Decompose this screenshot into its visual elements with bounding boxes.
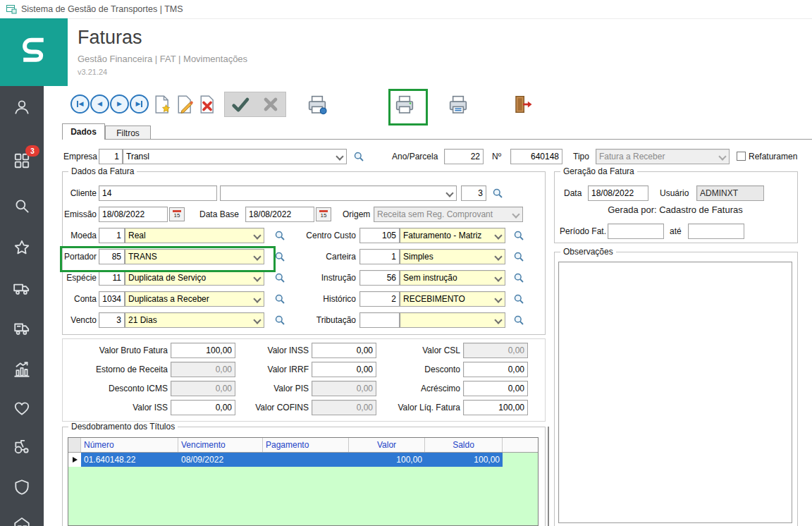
tributacao-label: Tributação	[293, 312, 356, 328]
carteira-name-combo[interactable]: Simples	[400, 249, 505, 264]
previous-record-button[interactable]: ◀	[90, 94, 109, 114]
column-header-saldo[interactable]: Saldo	[425, 438, 503, 452]
periodo-fat-label: Período Fat.	[560, 224, 606, 239]
sidebar-item-favorites[interactable]	[12, 238, 32, 257]
numero-field[interactable]: 640148	[510, 149, 562, 164]
valor-iss-field[interactable]: 0,00	[171, 400, 235, 415]
origem-combo[interactable]: Receita sem Reg. Comprovant	[374, 207, 523, 222]
data-base-field[interactable]: 18/08/2022	[245, 207, 314, 222]
centro-custo-search-button[interactable]	[512, 228, 525, 243]
print-matrix-button[interactable]	[447, 93, 469, 116]
sidebar-item-building[interactable]	[12, 514, 32, 526]
instrucao-code-field[interactable]: 56	[359, 270, 400, 286]
confirm-button[interactable]	[225, 92, 255, 116]
data-base-calendar-button[interactable]: 15	[316, 207, 331, 221]
especie-search-button[interactable]	[273, 271, 286, 285]
moeda-name-combo[interactable]: Real	[125, 228, 264, 243]
last-record-button[interactable]: ▶	[130, 94, 149, 114]
new-record-button[interactable]	[151, 93, 173, 116]
data-base-label: Data Base	[199, 207, 239, 222]
portador-code-field[interactable]: 85	[99, 249, 125, 264]
desconto-field[interactable]: 0,00	[463, 362, 528, 377]
tributacao-search-button[interactable]	[512, 313, 525, 327]
tab-divider	[62, 139, 812, 140]
table-row[interactable]: 01.640148.22 08/09/2022 100,00 100,00	[68, 453, 538, 467]
instrucao-name-combo[interactable]: Sem instrução	[400, 270, 505, 286]
valor-liq-field[interactable]: 100,00	[463, 400, 528, 415]
ano-parcela-label: Ano/Parcela	[392, 149, 438, 164]
tributacao-code-field[interactable]	[359, 312, 400, 328]
chevron-down-icon	[336, 152, 343, 160]
column-header-vencimento[interactable]: Vencimento	[178, 438, 263, 452]
conta-search-button[interactable]	[273, 292, 286, 306]
portador-name-combo[interactable]: TRANS	[125, 249, 264, 264]
empresa-name-combo[interactable]: Transl	[123, 149, 347, 164]
column-header-numero[interactable]: Número	[81, 438, 178, 452]
instrucao-search-button[interactable]	[512, 271, 525, 285]
valor-bruto-field[interactable]: 100,00	[171, 343, 235, 358]
emissao-date-field[interactable]: 18/08/2022	[99, 207, 168, 222]
centro-custo-name-combo[interactable]: Faturamento - Matriz	[400, 228, 505, 243]
cliente-search-button[interactable]	[491, 186, 504, 200]
empresa-search-button[interactable]	[352, 149, 365, 164]
portador-search-button[interactable]	[273, 250, 286, 264]
first-record-button[interactable]: ◀	[70, 94, 90, 114]
sidebar-item-statistics[interactable]	[12, 360, 32, 379]
tipo-combo[interactable]: Fatura a Receber	[596, 149, 730, 164]
next-record-button[interactable]: ▶	[110, 94, 129, 114]
tributacao-name-combo[interactable]	[400, 312, 505, 328]
carteira-code-field[interactable]: 1	[359, 249, 400, 264]
carteira-search-button[interactable]	[512, 250, 525, 264]
sidebar-item-truck[interactable]	[12, 279, 32, 298]
tab-filtros[interactable]: Filtros	[105, 126, 151, 140]
sidebar-item-truck-alt[interactable]	[12, 319, 32, 338]
print-button[interactable]	[393, 93, 416, 116]
cancel-x-icon	[261, 94, 281, 114]
panel-splitter[interactable]	[548, 427, 549, 526]
conta-code-field[interactable]: 1034	[99, 291, 125, 307]
centro-custo-code-field[interactable]: 105	[359, 228, 400, 243]
sidebar-item-security[interactable]	[12, 477, 32, 497]
sidebar-item-tractor[interactable]	[12, 436, 32, 456]
grid-header-filler	[503, 438, 538, 452]
especie-name-combo[interactable]: Duplicata de Serviço	[125, 270, 264, 286]
cell-vencimento: 08/09/2022	[178, 453, 263, 467]
cancel-button[interactable]	[255, 92, 285, 116]
acrescimo-field[interactable]: 0,00	[463, 381, 528, 396]
vencto-name-combo[interactable]: 21 Dias	[125, 312, 264, 328]
periodo-f-field[interactable]	[608, 224, 664, 239]
historico-name-combo[interactable]: RECEBIMENTO	[400, 291, 505, 307]
brand-logo[interactable]	[0, 18, 68, 86]
moeda-code-field[interactable]: 1	[99, 228, 125, 243]
moeda-search-button[interactable]	[273, 228, 286, 243]
observacoes-memo[interactable]	[558, 262, 792, 523]
chevron-down-icon	[718, 152, 726, 160]
historico-code-field[interactable]: 2	[359, 291, 400, 307]
sidebar-item-health[interactable]	[12, 398, 32, 418]
vencto-search-button[interactable]	[273, 313, 286, 327]
sidebar-item-search[interactable]	[12, 196, 32, 216]
dados-fatura-group-title: Dados da Fatura	[68, 166, 137, 176]
cliente-code-field[interactable]: 14	[99, 185, 217, 201]
cliente-extra-field[interactable]: 3	[461, 185, 486, 201]
column-header-valor[interactable]: Valor	[349, 438, 425, 452]
periodo-ate-field[interactable]	[688, 224, 744, 239]
print-setup-button[interactable]	[306, 93, 328, 116]
emissao-calendar-button[interactable]: 15	[169, 207, 185, 221]
ano-parcela-field[interactable]: 22	[444, 149, 484, 164]
especie-code-field[interactable]: 11	[99, 270, 125, 286]
empresa-code-field[interactable]: 1	[99, 149, 123, 164]
sidebar-item-user[interactable]	[12, 97, 32, 117]
delete-record-button[interactable]	[196, 93, 219, 116]
historico-search-button[interactable]	[512, 292, 525, 306]
cliente-name-combo[interactable]	[220, 185, 457, 201]
geracao-data-field[interactable]: 18/08/2022	[588, 185, 648, 201]
vencto-code-field[interactable]: 3	[99, 312, 125, 328]
brand-s-icon	[16, 32, 52, 72]
conta-name-combo[interactable]: Duplicatas a Receber	[125, 291, 264, 307]
edit-record-button[interactable]	[173, 93, 196, 116]
column-header-pagamento[interactable]: Pagamento	[263, 438, 349, 452]
tab-dados[interactable]: Dados	[62, 123, 105, 140]
refaturamento-checkbox[interactable]	[737, 152, 746, 161]
exit-button[interactable]	[512, 93, 534, 116]
